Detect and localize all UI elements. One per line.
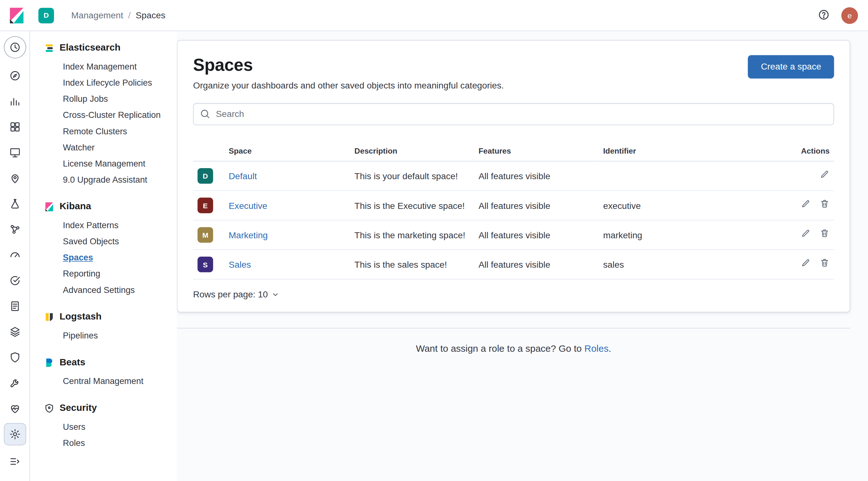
space-row-sales: SSalesThis is the sales space!All featur… bbox=[193, 250, 834, 279]
nav-discover-button[interactable] bbox=[4, 65, 25, 86]
sidenav-item-saved-objects[interactable]: Saved Objects bbox=[63, 233, 119, 249]
nav-maps-button[interactable] bbox=[4, 168, 25, 189]
space-row-marketing: MMarketingThis is the marketing space!Al… bbox=[193, 220, 834, 250]
nav-logs-button[interactable] bbox=[4, 296, 25, 317]
sidenav-item-spaces[interactable]: Spaces bbox=[63, 249, 93, 266]
nav-management-button[interactable] bbox=[4, 424, 25, 445]
sidenav-item-pipelines[interactable]: Pipelines bbox=[63, 327, 98, 343]
sidenav-row: Users bbox=[63, 419, 177, 435]
sidenav-item-cross-cluster-replication[interactable]: Cross-Cluster Replication bbox=[63, 107, 161, 123]
space-link-marketing[interactable]: Marketing bbox=[229, 230, 268, 240]
sidenav-item-watcher[interactable]: Watcher bbox=[63, 139, 95, 155]
maps-icon bbox=[8, 172, 21, 184]
trash-icon bbox=[820, 258, 830, 268]
sidenav-row: Spaces bbox=[63, 249, 177, 266]
sidenav-row: 9.0 Upgrade Assistant bbox=[63, 172, 177, 188]
space-link-sales[interactable]: Sales bbox=[229, 260, 251, 269]
section-title: Logstash bbox=[59, 311, 101, 322]
collapse-menu-button[interactable] bbox=[4, 451, 25, 472]
sidenav-item-index-patterns[interactable]: Index Patterns bbox=[63, 217, 119, 233]
space-link-default[interactable]: Default bbox=[229, 171, 257, 181]
machine-learning-icon bbox=[8, 198, 21, 210]
sidenav-item-advanced-settings[interactable]: Advanced Settings bbox=[63, 281, 135, 298]
section-header-beats: Beats bbox=[44, 357, 177, 368]
active-space-badge[interactable]: D bbox=[38, 8, 54, 23]
edit-space-button[interactable] bbox=[820, 170, 830, 181]
sidenav-item-remote-clusters[interactable]: Remote Clusters bbox=[63, 123, 127, 139]
nav-machine-learning-button[interactable] bbox=[4, 193, 25, 214]
security-logo-icon bbox=[44, 403, 54, 413]
nav-canvas-button[interactable] bbox=[4, 142, 25, 163]
sidenav-item-users[interactable]: Users bbox=[63, 419, 85, 435]
nav-apm-button[interactable] bbox=[4, 244, 25, 266]
kibana-app: D Management / Spaces e ElasticsearchInd… bbox=[0, 0, 868, 481]
col-avatar bbox=[193, 141, 224, 161]
sidenav-row: Saved Objects bbox=[63, 233, 177, 249]
space-description: This is your default space! bbox=[350, 161, 474, 190]
nav-dev-tools-button[interactable] bbox=[4, 372, 25, 393]
roles-cta-period: . bbox=[609, 343, 611, 354]
section-header-logstash: Logstash bbox=[44, 311, 177, 322]
management-icon bbox=[8, 428, 21, 441]
sidenav-row: Reporting bbox=[63, 266, 177, 281]
spaces-panel: Spaces Organize your dashboards and othe… bbox=[177, 40, 850, 312]
rows-per-page-button[interactable]: Rows per page: 10 bbox=[193, 290, 280, 300]
sidenav-item-index-lifecycle-policies[interactable]: Index Lifecycle Policies bbox=[63, 74, 152, 91]
search-bar bbox=[193, 103, 834, 125]
page-title: Spaces bbox=[193, 55, 504, 75]
roles-link[interactable]: Roles bbox=[584, 343, 609, 354]
help-icon bbox=[817, 8, 830, 21]
edit-space-button[interactable] bbox=[801, 258, 811, 270]
nav-uptime-button[interactable] bbox=[4, 270, 25, 291]
table-header-row: SpaceDescriptionFeaturesIdentifierAction… bbox=[193, 141, 834, 161]
space-actions bbox=[780, 220, 834, 250]
sidenav-item-index-management[interactable]: Index Management bbox=[63, 58, 137, 74]
col-description: Description bbox=[350, 141, 474, 161]
nav-siem-button[interactable] bbox=[4, 347, 25, 368]
metrics-icon bbox=[8, 326, 21, 338]
nav-section-security: SecurityUsersRoles bbox=[44, 402, 177, 451]
nav-section-beats: BeatsCentral Management bbox=[44, 357, 177, 389]
sidenav-item-license-management[interactable]: License Management bbox=[63, 155, 145, 171]
kibana-logo[interactable] bbox=[8, 7, 25, 24]
breadcrumb-management[interactable]: Management bbox=[71, 10, 123, 21]
sidenav-item-central-management[interactable]: Central Management bbox=[63, 373, 144, 389]
sidenav-item-9-0-upgrade-assistant[interactable]: 9.0 Upgrade Assistant bbox=[63, 172, 147, 188]
space-link-executive[interactable]: Executive bbox=[229, 201, 267, 210]
breadcrumb: Management / Spaces bbox=[71, 10, 165, 21]
body-row: ElasticsearchIndex ManagementIndex Lifec… bbox=[0, 31, 868, 481]
sidenav-row: Central Management bbox=[63, 373, 177, 389]
delete-space-button[interactable] bbox=[820, 199, 830, 210]
nav-recently-viewed-button[interactable] bbox=[4, 37, 25, 58]
nav-visualize-button[interactable] bbox=[4, 91, 25, 112]
edit-space-button[interactable] bbox=[801, 228, 811, 240]
delete-space-button[interactable] bbox=[820, 228, 830, 240]
canvas-icon bbox=[8, 146, 21, 159]
pencil-icon bbox=[801, 199, 811, 209]
sidenav-item-rollup-jobs[interactable]: Rollup Jobs bbox=[63, 91, 108, 107]
user-avatar[interactable]: e bbox=[841, 7, 858, 24]
section-header-elasticsearch: Elasticsearch bbox=[44, 42, 177, 53]
sidenav-item-roles[interactable]: Roles bbox=[63, 435, 85, 451]
edit-space-button[interactable] bbox=[801, 199, 811, 210]
nav-metrics-button[interactable] bbox=[4, 321, 25, 342]
nav-dashboard-button[interactable] bbox=[4, 116, 25, 138]
logstash-logo-icon bbox=[44, 312, 54, 322]
dashboard-icon bbox=[8, 121, 21, 133]
col-identifier: Identifier bbox=[598, 141, 780, 161]
panel-header: Spaces Organize your dashboards and othe… bbox=[193, 55, 834, 91]
nav-graph-button[interactable] bbox=[4, 219, 25, 240]
create-space-button[interactable]: Create a space bbox=[748, 55, 834, 79]
breadcrumb-spaces: Spaces bbox=[136, 10, 165, 21]
help-button[interactable] bbox=[817, 8, 830, 23]
nav-stack-monitoring-button[interactable] bbox=[4, 398, 25, 419]
space-identifier: executive bbox=[598, 190, 780, 220]
delete-space-button[interactable] bbox=[820, 258, 830, 270]
search-input[interactable] bbox=[193, 103, 834, 125]
section-title: Kibana bbox=[59, 201, 91, 212]
section-title: Security bbox=[59, 402, 97, 414]
dev-tools-icon bbox=[8, 377, 21, 389]
sidenav-item-reporting[interactable]: Reporting bbox=[63, 266, 100, 281]
col-features: Features bbox=[474, 141, 599, 161]
app-nav-rail bbox=[0, 31, 30, 481]
